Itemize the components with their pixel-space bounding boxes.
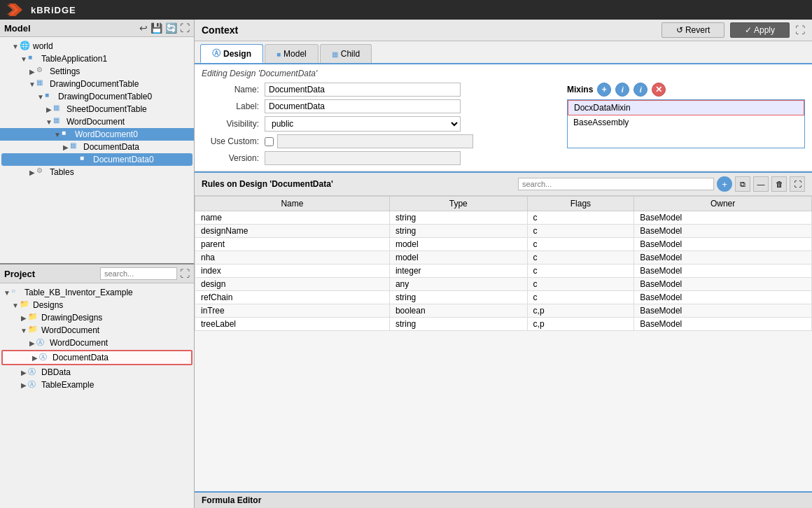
table-icon-2: ▦ <box>53 104 64 115</box>
gear-icon-2: ⚙ <box>36 167 48 178</box>
proj-tree-item-designs[interactable]: ▼ 📁 Designs <box>0 299 194 311</box>
proj-label-documentdata: DocumentData <box>52 353 108 362</box>
cell-name: index <box>195 264 390 278</box>
tree-toggle-drawingtable[interactable]: ▼ <box>28 80 36 88</box>
use-custom-checkbox[interactable] <box>265 137 274 146</box>
model-tree: ▼ 🌐 world ▼ ■ TableApplication1 <box>0 37 194 263</box>
tree-item-tables[interactable]: ▶ ⚙ Tables <box>0 166 194 178</box>
cell-name: treeLabel <box>195 318 390 331</box>
cell-name: refChain <box>195 291 390 304</box>
proj-tree-item-documentdata[interactable]: ▶ Ⓐ DocumentData <box>1 350 192 365</box>
apply-button[interactable]: ✓ Apply <box>730 22 790 38</box>
tree-toggle-world[interactable]: ▼ <box>11 43 20 50</box>
tree-toggle-documentdata[interactable]: ▶ <box>62 143 70 151</box>
rules-toggle-button[interactable]: — <box>753 176 769 192</box>
refresh-icon[interactable]: 🔄 <box>165 22 177 34</box>
proj-toggle-designs[interactable]: ▼ <box>11 302 20 309</box>
table-row[interactable]: namestringcBaseModel <box>195 211 812 225</box>
name-input[interactable] <box>265 83 461 97</box>
tree-item-worddocument[interactable]: ▼ ▦ WordDocument <box>0 115 194 128</box>
table-row[interactable]: inTreebooleanc,pBaseModel <box>195 304 812 318</box>
tab-design[interactable]: Ⓐ Design <box>200 44 263 63</box>
proj-label-dbdata: DBData <box>41 367 71 377</box>
cell-flags: c <box>527 238 634 251</box>
revert-button[interactable]: ↺ Revert <box>662 22 725 38</box>
tree-item-documentdata0[interactable]: ■ DocumentData0 <box>1 153 192 166</box>
table-row[interactable]: designanycBaseModel <box>195 278 812 291</box>
tree-item-drawingtable0[interactable]: ▼ ■ DrawingDocumentTable0 <box>0 90 194 103</box>
tree-toggle-worddocument0[interactable]: ▼ <box>53 131 62 139</box>
tree-toggle-tables[interactable]: ▶ <box>28 169 36 176</box>
cell-owner: BaseModel <box>634 304 812 318</box>
cell-owner: BaseModel <box>634 251 812 264</box>
tree-item-worddocument0[interactable]: ▼ ■ WordDocument0 <box>0 128 194 141</box>
proj-label-tableexample: TableExample <box>41 380 94 390</box>
table-row[interactable]: parentmodelcBaseModel <box>195 238 812 251</box>
mixin-add-button[interactable]: + <box>597 83 611 97</box>
tab-model[interactable]: ■ Model <box>265 44 318 63</box>
proj-toggle-kb[interactable]: ▼ <box>3 289 11 297</box>
tree-label-tables: Tables <box>50 167 74 177</box>
rules-delete-button[interactable]: 🗑 <box>771 176 787 192</box>
tree-item-drawingtable[interactable]: ▼ ▦ DrawingDocumentTable <box>0 78 194 90</box>
proj-tree-item-tableexample[interactable]: ▶ Ⓐ TableExample <box>0 379 194 391</box>
expand-icon[interactable]: ⛶ <box>180 22 190 34</box>
proj-toggle-worddoc-a[interactable]: ▶ <box>28 339 36 347</box>
tree-toggle-tableapp1[interactable]: ▼ <box>20 55 28 63</box>
rules-search-input[interactable] <box>518 178 714 190</box>
tree-toggle-drawingtable0[interactable]: ▼ <box>36 93 45 101</box>
proj-label-worddoc: WordDocument <box>41 325 99 335</box>
cell-owner: BaseModel <box>634 291 812 304</box>
proj-tree-item-worddoc-a[interactable]: ▶ Ⓐ WordDocument <box>0 337 194 349</box>
table-row[interactable]: nhamodelcBaseModel <box>195 251 812 264</box>
undo-icon[interactable]: ↩ <box>139 22 148 34</box>
rules-expand-button[interactable]: ⛶ <box>790 176 805 192</box>
cell-owner: BaseModel <box>634 225 812 238</box>
table-row[interactable]: indexintegercBaseModel <box>195 264 812 278</box>
tree-toggle-sheetdoctable[interactable]: ▶ <box>45 106 53 113</box>
table-icon-3: ▦ <box>53 116 64 127</box>
tree-item-documentdata[interactable]: ▶ ▦ DocumentData <box>0 141 194 153</box>
tree-toggle-settings[interactable]: ▶ <box>28 68 36 76</box>
proj-toggle-drawingdesigns[interactable]: ▶ <box>20 314 28 322</box>
mixin-info-button[interactable]: i <box>615 83 629 97</box>
proj-toggle-documentdata[interactable]: ▶ <box>31 354 39 362</box>
use-custom-input[interactable] <box>277 134 473 148</box>
table-row[interactable]: designNamestringcBaseModel <box>195 225 812 238</box>
project-search-input[interactable] <box>100 267 177 280</box>
mixin-info2-button[interactable]: i <box>634 83 648 97</box>
project-expand-icon[interactable]: ⛶ <box>180 268 190 279</box>
cell-type: string <box>389 291 527 304</box>
app-logo <box>6 2 25 17</box>
tab-child[interactable]: ▦ Child <box>320 44 372 63</box>
design-icon-2: Ⓐ <box>39 352 50 363</box>
label-label: Label: <box>202 101 265 111</box>
proj-toggle-tableexample[interactable]: ▶ <box>20 381 28 389</box>
proj-tree-item-drawingdesigns[interactable]: ▶ 📁 DrawingDesigns <box>0 311 194 324</box>
mixin-remove-button[interactable]: ✕ <box>652 83 666 97</box>
table-row[interactable]: refChainstringcBaseModel <box>195 291 812 304</box>
rules-copy-button[interactable]: ⧉ <box>735 176 750 192</box>
tree-item-tableapp1[interactable]: ▼ ■ TableApplication1 <box>0 52 194 65</box>
table-row[interactable]: treeLabelstringc,pBaseModel <box>195 318 812 331</box>
cell-name: nha <box>195 251 390 264</box>
rules-add-button[interactable]: + <box>717 176 732 192</box>
mixin-item-baseassembly[interactable]: BaseAssembly <box>568 115 804 129</box>
proj-label-drawingdesigns: DrawingDesigns <box>41 313 102 323</box>
label-input[interactable] <box>265 99 461 113</box>
mixin-item-docxdatamixin[interactable]: DocxDataMixin <box>568 100 804 115</box>
tree-item-world[interactable]: ▼ 🌐 world <box>0 40 194 52</box>
proj-tree-item-worddoc[interactable]: ▼ 📁 WordDocument <box>0 324 194 337</box>
visibility-select[interactable]: public private protected <box>265 116 461 132</box>
version-input[interactable] <box>265 151 461 165</box>
context-expand-icon[interactable]: ⛶ <box>795 24 805 36</box>
proj-tree-item-kb[interactable]: ▼ ○ Table_KB_Inventor_Example <box>0 286 194 299</box>
tree-toggle-worddocument[interactable]: ▼ <box>45 118 53 126</box>
tree-item-sheetdoctable[interactable]: ▶ ▦ SheetDocumentTable <box>0 103 194 115</box>
proj-toggle-worddoc[interactable]: ▼ <box>20 327 28 334</box>
cell-type: string <box>389 225 527 238</box>
tree-item-settings[interactable]: ▶ ⚙ Settings <box>0 65 194 78</box>
save-icon[interactable]: 💾 <box>150 22 162 34</box>
proj-toggle-dbdata[interactable]: ▶ <box>20 369 28 376</box>
proj-tree-item-dbdata[interactable]: ▶ Ⓐ DBData <box>0 366 194 379</box>
